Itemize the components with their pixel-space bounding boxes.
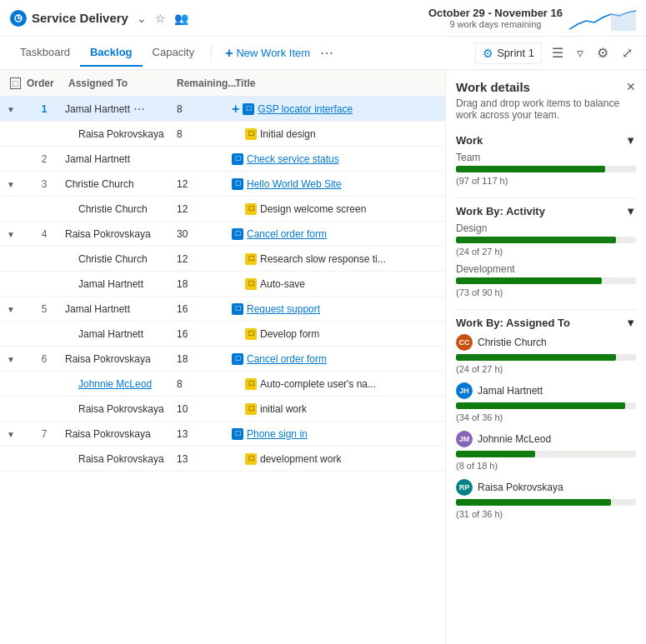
table-row[interactable]: Johnnie McLeod 8 ☐ Auto-complete user's … <box>0 372 445 397</box>
work-section-header[interactable]: Work ▼ <box>456 134 636 147</box>
more-options-icon[interactable]: ⋯ <box>317 42 337 64</box>
panel-subtitle: Drag and drop work items to balance work… <box>456 97 636 121</box>
title-text-4[interactable]: Cancel order form <box>247 228 327 240</box>
close-panel-button[interactable]: ✕ <box>626 80 636 93</box>
work-by-assigned-section: Work By: Assigned To ▼ CC Christie Churc… <box>456 317 636 519</box>
title-text-c7[interactable]: development work <box>260 453 341 465</box>
row-remaining-c6b: 10 <box>173 403 232 415</box>
row-assigned-c6a[interactable]: Johnnie McLeod <box>65 378 173 390</box>
design-progress-fill <box>456 237 616 243</box>
header-order: Order <box>23 77 65 89</box>
row-expand-4[interactable]: ▼ <box>7 227 23 240</box>
rp-progress-bar <box>456 499 636 506</box>
avatar-rp: RP <box>456 479 473 496</box>
title-text-c6a[interactable]: Auto-complete user's na... <box>260 378 376 390</box>
cc-progress-fill <box>456 354 616 361</box>
assigned-section-label: Work By: Assigned To <box>456 317 570 329</box>
title-text-c5[interactable]: Develop form <box>260 328 319 340</box>
row-num-2: 2 <box>23 153 65 165</box>
title-text-3[interactable]: Hello World Web Site <box>247 178 342 190</box>
tab-taskboard[interactable]: Taskboard <box>10 39 80 67</box>
table-row[interactable]: Raisa Pokrovskaya 13 ☐ development work <box>0 447 445 472</box>
story-icon: ☐ <box>243 103 254 115</box>
task-icon: ☐ <box>245 328 257 340</box>
work-collapse-icon[interactable]: ▼ <box>625 134 636 147</box>
row-remaining-c4b: 18 <box>173 278 232 290</box>
row-remaining-c7: 13 <box>173 453 232 465</box>
title-text-2[interactable]: Check service status <box>247 153 339 165</box>
row-title-c5: ☐ Develop form <box>232 328 438 340</box>
tab-capacity[interactable]: Capacity <box>143 39 205 67</box>
row-assigned-c6b: Raisa Pokrovskaya <box>65 403 173 415</box>
row-more-1[interactable]: ⋯ <box>133 102 145 116</box>
activity-section-header[interactable]: Work By: Activity ▼ <box>456 205 636 217</box>
team-label: Team <box>456 152 636 163</box>
row-remaining-6: 18 <box>173 353 232 365</box>
sprint-selector[interactable]: ⚙ Sprint 1 <box>475 42 542 64</box>
nav-divider <box>211 45 212 62</box>
title-text-1[interactable]: GSP locator interface <box>258 103 353 115</box>
table-row[interactable]: 2 Jamal Hartnett ☐ Check service status <box>0 147 445 172</box>
table-row[interactable]: ▼ 3 Christie Church 12 ☐ Hello World Web… <box>0 172 445 197</box>
expand-icon[interactable]: ⤢ <box>618 42 636 64</box>
table-row[interactable]: Jamal Hartnett 16 ☐ Develop form <box>0 322 445 347</box>
table-row[interactable]: ▼ 7 Raisa Pokrovskaya 13 ☐ Phone sign in <box>0 422 445 447</box>
panel-title: Work details <box>456 80 530 94</box>
team-icon[interactable]: 👥 <box>174 12 188 25</box>
view-options-icon[interactable]: ☰ <box>548 42 567 64</box>
table-row[interactable]: Christie Church 12 ☐ Design welcome scre… <box>0 197 445 222</box>
row-expand-7[interactable]: ▼ <box>7 427 23 440</box>
star-icon[interactable]: ☆ <box>155 12 166 25</box>
person-jm: JM Johnnie McLeod (8 of 18 h) <box>456 431 636 471</box>
row-assigned-5: Jamal Hartnett <box>65 303 173 315</box>
row-remaining-3: 12 <box>173 178 232 190</box>
story-icon: ☐ <box>232 428 243 440</box>
row-assigned-6: Raisa Pokrovskaya <box>65 353 173 365</box>
jh-progress-bar <box>456 402 636 409</box>
avatar-cc: CC <box>456 334 473 351</box>
table-row[interactable]: ▼ 6 Raisa Pokrovskaya 18 ☐ Cancel order … <box>0 347 445 372</box>
settings-icon[interactable]: ⚙ <box>593 42 612 64</box>
story-icon: ☐ <box>232 153 243 165</box>
cc-progress-bar <box>456 354 636 361</box>
title-text-6[interactable]: Cancel order form <box>247 353 327 365</box>
row-expand-6[interactable]: ▼ <box>7 352 23 365</box>
design-progress-bar <box>456 237 636 243</box>
table-row[interactable]: Raisa Pokrovskaya 8 ☐ Initial design <box>0 122 445 147</box>
table-row[interactable]: ▼ 1 Jamal Hartnett ⋯ 8 + ☐ GSP locator i… <box>0 97 445 122</box>
tab-backlog[interactable]: Backlog <box>80 39 143 67</box>
title-text-c4b[interactable]: Auto-save <box>260 278 305 290</box>
row-expand-5[interactable]: ▼ <box>7 302 23 315</box>
work-section-label: Work <box>456 134 483 147</box>
row-title-c4b: ☐ Auto-save <box>232 278 438 290</box>
header-assigned: Assigned To <box>65 77 173 89</box>
chevron-down-icon[interactable]: ⌄ <box>137 12 147 25</box>
table-row[interactable]: ▼ 4 Raisa Pokrovskaya 30 ☐ Cancel order … <box>0 222 445 247</box>
title-text-5[interactable]: Request support <box>247 303 320 315</box>
design-progress-text: (24 of 27 h) <box>456 247 636 257</box>
assigned-collapse-icon[interactable]: ▼ <box>625 317 636 329</box>
rp-progress-fill <box>456 499 611 506</box>
filter-icon[interactable]: ▿ <box>573 42 587 64</box>
backlog-table: □ Order Assigned To Remaining... Title ▼… <box>0 70 446 644</box>
header-checkbox[interactable]: □ <box>7 77 23 89</box>
row-num-1: 1 <box>23 103 65 115</box>
table-row[interactable]: Raisa Pokrovskaya 10 ☐ initial work <box>0 397 445 422</box>
title-text-c4a[interactable]: Research slow response ti... <box>260 253 386 265</box>
top-bar-right: October 29 - November 16 9 work days rem… <box>428 6 636 31</box>
row-expand-1[interactable]: ▼ <box>7 102 23 115</box>
title-text-7[interactable]: Phone sign in <box>247 428 308 440</box>
row-expand-3[interactable]: ▼ <box>7 177 23 190</box>
assigned-section-header[interactable]: Work By: Assigned To ▼ <box>456 317 636 329</box>
project-title: Service Delivery <box>32 11 128 25</box>
add-child-icon[interactable]: + <box>232 102 239 117</box>
activity-collapse-icon[interactable]: ▼ <box>625 205 636 217</box>
table-row[interactable]: Jamal Hartnett 18 ☐ Auto-save <box>0 272 445 297</box>
table-row[interactable]: Christie Church 12 ☐ Research slow respo… <box>0 247 445 272</box>
jh-progress-fill <box>456 402 625 409</box>
title-text-c6b[interactable]: initial work <box>260 403 307 415</box>
table-row[interactable]: ▼ 5 Jamal Hartnett 16 ☐ Request support <box>0 297 445 322</box>
title-text-c1[interactable]: Initial design <box>260 128 316 140</box>
title-text-c3[interactable]: Design welcome screen <box>260 203 366 215</box>
new-work-item-button[interactable]: + New Work Item <box>218 42 317 64</box>
